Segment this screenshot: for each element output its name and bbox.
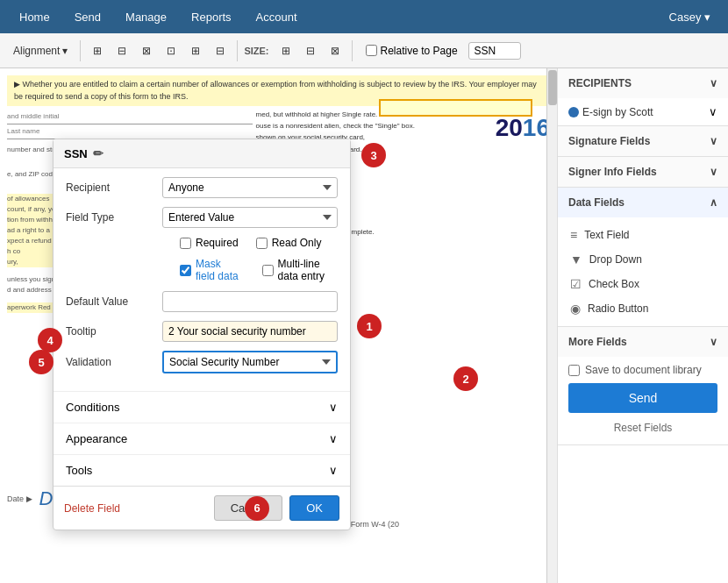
validation-select-wrapper: Social Security Number bbox=[162, 351, 338, 373]
align-center-btn[interactable]: ⊟ bbox=[111, 41, 132, 60]
signer-info-title: Signer Info Fields bbox=[568, 166, 657, 178]
text-field-label: Text Field bbox=[584, 229, 629, 241]
align-middle-btn[interactable]: ⊞ bbox=[185, 41, 206, 60]
ssn-field-highlight bbox=[379, 99, 532, 117]
mask-checkbox-container[interactable]: Mask field data bbox=[180, 258, 241, 282]
toolbar-divider-1 bbox=[80, 40, 81, 61]
default-value-label: Default Value bbox=[66, 295, 162, 308]
default-value-row: Default Value bbox=[66, 291, 338, 312]
conditions-label: Conditions bbox=[66, 401, 119, 414]
multiline-checkbox-container[interactable]: Multi-line data entry bbox=[262, 258, 338, 282]
validation-label: Validation bbox=[66, 356, 162, 368]
tools-section[interactable]: Tools ∨ bbox=[54, 454, 350, 486]
recipients-title: RECIPIENTS bbox=[568, 77, 632, 89]
relative-to-page-checkbox[interactable] bbox=[366, 45, 377, 56]
signer-info-chevron: ∨ bbox=[710, 166, 717, 178]
signature-fields-section: Signature Fields ∨ bbox=[558, 126, 728, 157]
conditions-section[interactable]: Conditions ∨ bbox=[54, 391, 350, 423]
signature-chevron: ∨ bbox=[710, 135, 717, 147]
relative-to-page-label: Relative to Page bbox=[381, 45, 458, 57]
checkbox-field-label: Check Box bbox=[589, 278, 639, 290]
reset-fields-link[interactable]: Reset Fields bbox=[568, 418, 717, 437]
validation-row: 5 Validation Social Security Number bbox=[66, 351, 338, 373]
scrollbar[interactable] bbox=[546, 68, 557, 583]
tools-label: Tools bbox=[66, 464, 92, 477]
annotation-5: 5 bbox=[29, 350, 54, 374]
field-name-input[interactable] bbox=[468, 42, 521, 60]
dropdown-field-item[interactable]: ▼ Drop Down bbox=[558, 247, 728, 272]
field-type-select[interactable]: Entered Value bbox=[162, 207, 338, 228]
appearance-section[interactable]: Appearance ∨ bbox=[54, 423, 350, 454]
checkbox-field-item[interactable]: ☑ Check Box bbox=[558, 272, 728, 296]
save-to-library-container[interactable]: Save to document library bbox=[568, 364, 717, 376]
size-both-btn[interactable]: ⊠ bbox=[325, 41, 346, 60]
modal-title: SSN bbox=[64, 147, 88, 160]
align-left-btn[interactable]: ⊞ bbox=[87, 41, 108, 60]
recipients-content: E-sign by Scott ∨ bbox=[558, 98, 728, 125]
signer-info-header[interactable]: Signer Info Fields ∨ bbox=[558, 157, 728, 187]
more-fields-content: Save to document library Send Reset Fiel… bbox=[558, 357, 728, 444]
field-properties-modal: 4 SSN ✏ Recipient Anyone Field Type bbox=[53, 139, 351, 530]
radio-field-label: Radio Button bbox=[588, 302, 648, 315]
nav-send[interactable]: Send bbox=[62, 0, 113, 33]
user-menu[interactable]: Casey ▾ bbox=[659, 11, 721, 24]
more-fields-header[interactable]: More Fields ∨ bbox=[558, 327, 728, 357]
top-nav: Home Send Manage Reports Account Casey ▾ bbox=[0, 0, 728, 33]
data-fields-chevron: ∧ bbox=[710, 196, 717, 209]
tooltip-row: Tooltip bbox=[66, 321, 338, 342]
read-only-checkbox[interactable] bbox=[256, 238, 268, 249]
field-type-row: Field Type Entered Value bbox=[66, 207, 338, 228]
modal-header: SSN ✏ bbox=[54, 139, 350, 168]
nav-home[interactable]: Home bbox=[7, 0, 62, 33]
annotation-6: 6 bbox=[245, 496, 269, 521]
required-checkbox[interactable] bbox=[180, 238, 191, 249]
dropdown-field-icon: ▼ bbox=[570, 252, 582, 267]
toolbar: Alignment ▾ ⊞ ⊟ ⊠ ⊡ ⊞ ⊟ SIZE: ⊞ ⊟ ⊠ Rela… bbox=[0, 33, 728, 68]
align-right-btn[interactable]: ⊠ bbox=[136, 41, 157, 60]
scrollbar-thumb[interactable] bbox=[548, 70, 557, 105]
tooltip-input[interactable] bbox=[162, 321, 338, 342]
recipient-name: E-sign by Scott bbox=[582, 106, 653, 118]
ok-btn[interactable]: OK bbox=[289, 495, 339, 521]
read-only-checkbox-container[interactable]: Read Only bbox=[256, 237, 322, 249]
more-fields-section: More Fields ∨ Save to document library S… bbox=[558, 327, 728, 445]
signer-info-section: Signer Info Fields ∨ bbox=[558, 157, 728, 188]
recipients-header[interactable]: RECIPIENTS ∨ bbox=[558, 68, 728, 98]
nav-reports[interactable]: Reports bbox=[179, 0, 244, 33]
required-checkbox-container[interactable]: Required bbox=[180, 237, 239, 249]
align-bottom-btn[interactable]: ⊟ bbox=[210, 41, 231, 60]
data-fields-header[interactable]: Data Fields ∧ bbox=[558, 188, 728, 217]
align-top-btn[interactable]: ⊡ bbox=[161, 41, 182, 60]
right-sidebar: RECIPIENTS ∨ E-sign by Scott ∨ Signature… bbox=[557, 68, 728, 583]
nav-manage[interactable]: Manage bbox=[113, 0, 179, 33]
tooltip-label: Tooltip bbox=[66, 325, 162, 338]
delete-field-btn[interactable]: Delete Field bbox=[64, 502, 120, 515]
save-to-library-checkbox[interactable] bbox=[568, 365, 580, 376]
text-field-item[interactable]: ≡ Text Field bbox=[558, 223, 728, 247]
more-fields-title: More Fields bbox=[568, 336, 627, 348]
annotation-2: 2 bbox=[453, 366, 478, 391]
send-button[interactable]: Send bbox=[568, 383, 717, 413]
radio-field-item[interactable]: ◉ Radio Button bbox=[558, 296, 728, 321]
size-height-btn[interactable]: ⊟ bbox=[300, 41, 321, 60]
multiline-checkbox[interactable] bbox=[262, 265, 274, 276]
default-value-input[interactable] bbox=[162, 291, 338, 312]
tools-chevron: ∨ bbox=[329, 464, 338, 477]
validation-select[interactable]: Social Security Number bbox=[162, 351, 338, 373]
nav-account[interactable]: Account bbox=[244, 0, 310, 33]
required-label: Required bbox=[196, 237, 239, 249]
alignment-dropdown[interactable]: Alignment ▾ bbox=[7, 41, 74, 60]
recipient-row: Recipient Anyone bbox=[66, 177, 338, 198]
recipient-select[interactable]: Anyone bbox=[162, 177, 338, 198]
size-width-btn[interactable]: ⊞ bbox=[275, 41, 296, 60]
conditions-chevron: ∨ bbox=[329, 401, 338, 414]
data-fields-section: Data Fields ∧ ≡ Text Field ▼ Drop Down ☑… bbox=[558, 188, 728, 327]
size-label: SIZE: bbox=[244, 46, 268, 56]
signature-fields-header[interactable]: Signature Fields ∨ bbox=[558, 126, 728, 156]
appearance-label: Appearance bbox=[66, 432, 127, 445]
mask-checkbox[interactable] bbox=[180, 265, 191, 276]
toolbar-divider-3 bbox=[352, 40, 353, 61]
dropdown-field-label: Drop Down bbox=[589, 253, 642, 266]
recipient-dropdown-icon[interactable]: ∨ bbox=[709, 105, 717, 118]
edit-icon[interactable]: ✏ bbox=[93, 146, 103, 160]
